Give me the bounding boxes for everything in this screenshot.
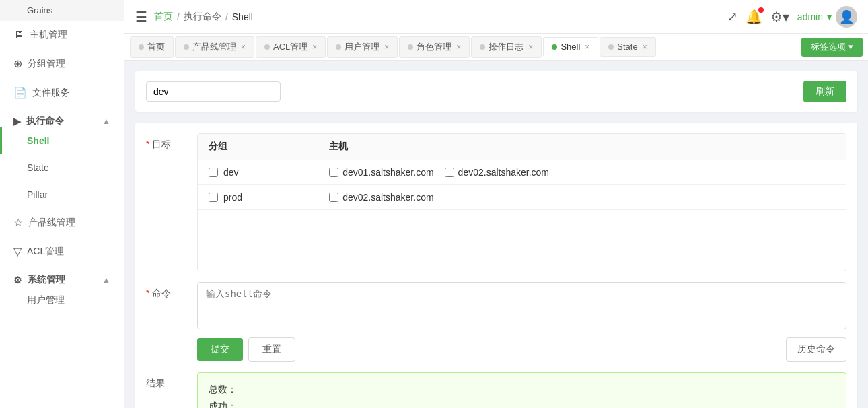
empty-cell-3 [198,230,318,250]
tags-dropdown-icon: ▾ [848,42,853,52]
tab-acl[interactable]: ACL管理 × [256,36,326,58]
sidebar-item-group-mgmt[interactable]: ⊕ 分组管理 [0,49,124,78]
table-row-empty-1 [198,210,846,230]
exec-cmd-icon: ▶ [13,116,21,127]
checkbox-dev02-dev[interactable] [445,168,454,177]
breadcrumb-current: Shell [232,11,253,22]
sys-mgmt-icon: ⚙ [13,275,22,285]
tab-oplog[interactable]: 操作日志 × [471,36,542,58]
results-label: 结果 [146,372,186,390]
topbar-right: ⤢ 🔔 ⚙▾ admin ▾ 👤 [727,6,857,28]
sidebar-item-shell[interactable]: Shell [0,127,124,154]
command-section: * 命令 [146,282,846,329]
command-input[interactable] [197,282,846,329]
topbar: ☰ 首页 / 执行命令 / Shell ⤢ 🔔 ⚙▾ admin ▾ 👤 [124,0,868,34]
tab-close-user[interactable]: × [384,42,389,52]
acl-mgmt-icon: ▽ [13,245,22,258]
command-label: * 命令 [146,282,186,300]
tags-select-button[interactable]: 标签选项 ▾ [801,38,863,57]
tab-shell[interactable]: Shell × [543,37,598,57]
empty-cell-5 [198,250,318,271]
username-label: admin [797,11,823,22]
sidebar-item-state[interactable]: State [0,154,124,181]
user-dropdown-icon: ▾ [827,11,832,22]
tab-dot-acl [264,44,270,50]
sidebar-item-file-service[interactable]: 📄 文件服务 [0,78,124,107]
file-service-icon: 📄 [13,86,27,99]
checkbox-prod[interactable] [209,193,218,202]
sidebar-item-pillar[interactable]: Pillar [0,181,124,208]
breadcrumb-sep2: / [225,11,228,22]
tab-dot-oplog [480,44,485,50]
results-section: 结果 总数： 成功： 失败： [146,372,846,409]
results-total: 总数： [209,381,835,398]
avatar: 👤 [836,6,857,28]
target-label: * 目标 [146,133,186,271]
tab-close-state[interactable]: × [643,42,647,52]
required-star-cmd: * [146,287,149,298]
tab-close-shell[interactable]: × [585,42,589,52]
table-cell-hosts-prod: dev02.saltshaker.com [318,185,846,210]
fullscreen-icon[interactable]: ⤢ [727,9,737,24]
checkbox-dev01[interactable] [329,168,338,177]
tab-close-role[interactable]: × [456,42,461,52]
tab-close-acl[interactable]: × [312,42,317,52]
form-card: * 目标 分组 主机 [135,123,857,408]
sidebar-item-product-mgmt[interactable]: ☆ 产品线管理 [0,208,124,237]
history-button[interactable]: 历史命令 [786,337,846,362]
product-mgmt-icon: ☆ [13,216,23,229]
topbar-left: ☰ 首页 / 执行命令 / Shell [135,9,253,25]
table-row-empty-3 [198,250,846,271]
search-input[interactable] [146,81,281,102]
sys-mgmt-toggle-icon: ▲ [102,275,110,285]
notification-dot [758,7,764,13]
table-row: dev dev01.saltshaker.com [198,160,846,185]
tab-role[interactable]: 角色管理 × [399,36,470,58]
tab-dot-home [139,44,144,50]
group-mgmt-icon: ⊕ [13,57,22,70]
tab-home[interactable]: 首页 [130,36,174,58]
notification-icon[interactable]: 🔔 [746,9,762,25]
target-table: 分组 主机 dev [198,134,846,271]
col-host: 主机 [318,134,846,160]
table-row: prod dev02.saltshaker.com [198,185,846,210]
table-cell-hosts-dev: dev01.saltshaker.com dev02.saltshaker.co… [318,160,846,185]
sidebar-sub-exec: Shell State Pillar [0,127,124,208]
hamburger-icon[interactable]: ☰ [135,9,147,25]
target-section: * 目标 分组 主机 [146,133,846,271]
sidebar-item-sys-mgmt[interactable]: ⚙ 系统管理 ▲ [0,266,124,286]
main-area: ☰ 首页 / 执行命令 / Shell ⤢ 🔔 ⚙▾ admin ▾ 👤 [124,0,868,408]
tab-close-product[interactable]: × [241,42,246,52]
checkbox-dev[interactable] [209,168,218,177]
checkbox-dev02-prod[interactable] [329,193,338,202]
sidebar-sub-sys: 用户管理 [0,286,124,314]
tab-dot-role [408,44,413,50]
tab-state[interactable]: State × [600,37,655,57]
sidebar-item-host-mgmt[interactable]: 🖥 主机管理 [0,21,124,49]
refresh-button[interactable]: 刷新 [803,81,846,102]
tab-user[interactable]: 用户管理 × [327,36,398,58]
breadcrumb: 首页 / 执行命令 / Shell [154,11,253,23]
user-info[interactable]: admin ▾ 👤 [797,6,857,28]
search-row: 刷新 [135,71,857,112]
reset-button[interactable]: 重置 [248,337,295,362]
settings-deploy-icon[interactable]: ⚙▾ [770,9,789,25]
sidebar-item-user-mgmt[interactable]: 用户管理 [0,286,124,314]
required-star: * [146,139,149,149]
exec-cmd-toggle-icon: ▲ [102,116,110,126]
tab-dot-state [608,44,614,50]
table-cell-group-prod: prod [198,185,318,210]
sidebar: Grains 🖥 主机管理 ⊕ 分组管理 📄 文件服务 ▶ 执行命令 ▲ She… [0,0,124,408]
tab-product[interactable]: 产品线管理 × [175,36,254,58]
table-cell-group-dev: dev [198,160,318,185]
breadcrumb-sep1: / [177,11,180,22]
sidebar-item-acl-mgmt[interactable]: ▽ ACL管理 [0,237,124,266]
submit-button[interactable]: 提交 [197,338,243,361]
results-success: 成功： [209,398,835,408]
tab-close-oplog[interactable]: × [528,42,533,52]
tab-dot-product [184,44,189,50]
target-table-wrap: 分组 主机 dev [197,133,846,271]
sidebar-item-grains[interactable]: Grains [0,0,124,21]
sidebar-item-exec-cmd[interactable]: ▶ 执行命令 ▲ [0,107,124,127]
empty-cell-6 [318,250,846,271]
